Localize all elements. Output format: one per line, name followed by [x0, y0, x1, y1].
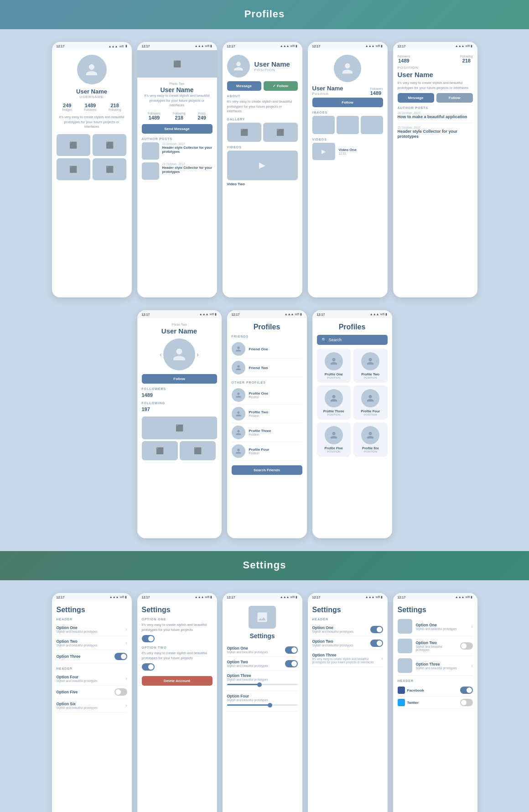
status-icons-1: ▲▲▲ wifi ▮: [109, 44, 127, 48]
slider-fill-3b: [227, 704, 270, 706]
follow-btn-5[interactable]: Follow: [436, 93, 473, 103]
post-item-5b: 25 October, 2017 Header style Collector …: [398, 126, 473, 140]
setting-opt-one-3[interactable]: Option One Stylish and beautiful prototy…: [227, 643, 298, 657]
time-1: 12:17: [57, 45, 65, 48]
setting-option-three-1[interactable]: Option Three: [57, 650, 127, 663]
grid-name-6: Profile Six: [355, 446, 386, 450]
send-message-btn[interactable]: Send Message: [142, 124, 213, 134]
search-bar-8[interactable]: 🔍 Search: [317, 335, 388, 345]
followers-label-6: FOLLOWERS: [142, 387, 217, 390]
phone-8-body: Profiles 🔍 Search Profile One POSITION: [312, 318, 392, 461]
video-dur-4: 12:31: [339, 152, 357, 155]
grid-avatar-5: [325, 426, 343, 444]
about-label: ABOUT: [227, 94, 298, 98]
slider-four-3[interactable]: [227, 704, 298, 706]
message-btn-5[interactable]: Message: [398, 93, 434, 103]
user-desc-1: It's very easy to create stylish and bea…: [57, 115, 127, 130]
slider-fill-3a: [227, 684, 259, 685]
toggle-opt-two-4[interactable]: [370, 640, 383, 647]
images-count: 249: [62, 103, 72, 108]
grid-pos-4: POSITION: [355, 413, 386, 416]
img-4b: [337, 116, 359, 134]
toggle-twitter[interactable]: [460, 699, 473, 706]
profile-phone-3: 12:17 ▲▲▲ wifi ▮ User Name POSITION Mess…: [223, 42, 302, 297]
play-icon-4: ▶: [322, 148, 326, 155]
stats-row-2: Followers 1489 Following 218 Posts 249: [142, 112, 213, 120]
setting-opt-two-4[interactable]: Option Two Stylish and beautiful prototy…: [312, 636, 383, 650]
toggle-one-2[interactable]: [142, 635, 155, 642]
social-facebook[interactable]: Facebook: [398, 684, 473, 697]
toggle-opt-one-3[interactable]: [285, 646, 298, 654]
option-two-desc-2: It's very easy to create stylish and bea…: [142, 651, 213, 661]
setting-option-two-1[interactable]: Option Two Stylish and beautiful prototy…: [57, 636, 127, 650]
search-friends-btn[interactable]: Search Friends: [232, 465, 302, 475]
slider-thumb-3a[interactable]: [257, 682, 262, 687]
op-pos-1: Position: [249, 396, 269, 399]
toggle-option-five[interactable]: [114, 688, 127, 696]
setting-option-four-1[interactable]: Option Four Stylish and beautiful protot…: [57, 672, 127, 686]
setting-opt-three-4[interactable]: Option Three It's very easy to create st…: [312, 650, 383, 667]
setting-img-three-5[interactable]: Option Three Stylish and beautiful proto…: [398, 656, 473, 676]
carousel-right[interactable]: ›: [195, 351, 200, 358]
chevron-5-3: ›: [471, 663, 472, 668]
toggle-opt-two-3[interactable]: [285, 660, 298, 667]
toggle-two-2[interactable]: [142, 663, 155, 671]
slider-track-3b: [227, 704, 298, 706]
slider-thumb-3b[interactable]: [268, 703, 272, 708]
position-4: Position: [312, 92, 343, 96]
post-thumb-2: [142, 162, 159, 180]
settings-image-3: [249, 606, 276, 629]
gallery-img-6c: [180, 441, 216, 460]
setting-img-sq-1: [398, 619, 412, 634]
option-one-desc-2: It's very easy to create stylish and bea…: [142, 623, 213, 632]
profile-phone-5: 12:17 ▲▲▲ wifi ▮ Followers 1489 Followin…: [393, 42, 477, 297]
user-desc-2: It's very easy to create stylish and bea…: [142, 94, 213, 108]
grid-name-5: Profile Five: [319, 446, 349, 450]
phone-7-body: Profiles FRIENDS Friend One Friend Two O…: [227, 318, 307, 479]
friend-avatar-2: [232, 361, 245, 375]
username-3: User Name: [254, 60, 290, 68]
position-3: POSITION: [254, 68, 290, 72]
twitter-icon: [398, 699, 405, 706]
follow-btn-4[interactable]: Follow: [312, 98, 383, 107]
delete-account-btn[interactable]: Delete Account: [142, 676, 213, 686]
profile-phone-2: 12:17 ▲▲▲ wifi ▮ Photo Two User Name It'…: [137, 42, 217, 297]
videos-label-3: VIDEOS: [227, 146, 298, 149]
user-sub-1: USERNAME: [57, 95, 127, 99]
grid-avatar-6: [361, 426, 379, 444]
grid-pos-5: POSITION: [319, 450, 349, 453]
gallery-img-3: [57, 158, 90, 180]
images-label-4: IMAGES: [312, 111, 383, 114]
about-text-3: It's very easy to create stylish and bea…: [227, 99, 298, 114]
social-twitter[interactable]: Twitter: [398, 697, 473, 709]
op-name-2: Profile Two: [249, 410, 269, 414]
message-btn-3[interactable]: Message: [227, 81, 261, 91]
friend-avatar-1: [232, 342, 245, 356]
toggle-option-three[interactable]: [114, 653, 127, 660]
other-profiles-label: OTHER PROFILES: [232, 381, 302, 384]
slider-three-3[interactable]: [227, 684, 298, 685]
facebook-label: Facebook: [407, 688, 424, 692]
setting-option-one-1[interactable]: Option One Stylish and beautiful prototy…: [57, 623, 127, 636]
video-row-3: Video Two: [227, 182, 298, 186]
user-stats-4: User Name Position Followers 1489: [312, 85, 383, 96]
carousel-left[interactable]: ‹: [158, 351, 163, 358]
setting-img-one-5[interactable]: Option One Stylish and beautiful prototy…: [398, 617, 473, 636]
setting-option-six-1[interactable]: Option Six Stylish and beautiful prototy…: [57, 699, 127, 713]
profile-phone-6: 12:17 ▲▲▲ wifi ▮ Photo Two User Name ‹ ›…: [137, 310, 222, 538]
setting-img-two-5[interactable]: Option Two Stylish and beautiful prototy…: [398, 636, 473, 656]
settings-title: Settings: [243, 559, 286, 571]
setting-opt-one-4[interactable]: Option One Stylish and beautiful prototy…: [312, 623, 383, 636]
toggle-facebook[interactable]: [460, 687, 473, 694]
toggle-one-row: [142, 635, 213, 642]
toggle-opt-two-5[interactable]: [460, 642, 473, 650]
follow-btn-3[interactable]: ✓ Follow: [264, 81, 298, 91]
gallery-img-3a: [227, 123, 262, 142]
setting-opt-two-3[interactable]: Option Two Stylish and beautiful prototy…: [227, 657, 298, 671]
settings-row: 12:17 ▲▲▲ wifi ▮ Settings HEADER Option …: [0, 580, 529, 812]
friend-1: Friend One: [232, 340, 302, 359]
follow-btn-6[interactable]: Follow: [142, 374, 217, 384]
settings-phone-3-body: Settings Option One Stylish and beautifu…: [223, 601, 302, 716]
setting-option-five-1[interactable]: Option Five: [57, 686, 127, 699]
toggle-opt-one-4[interactable]: [370, 626, 383, 633]
